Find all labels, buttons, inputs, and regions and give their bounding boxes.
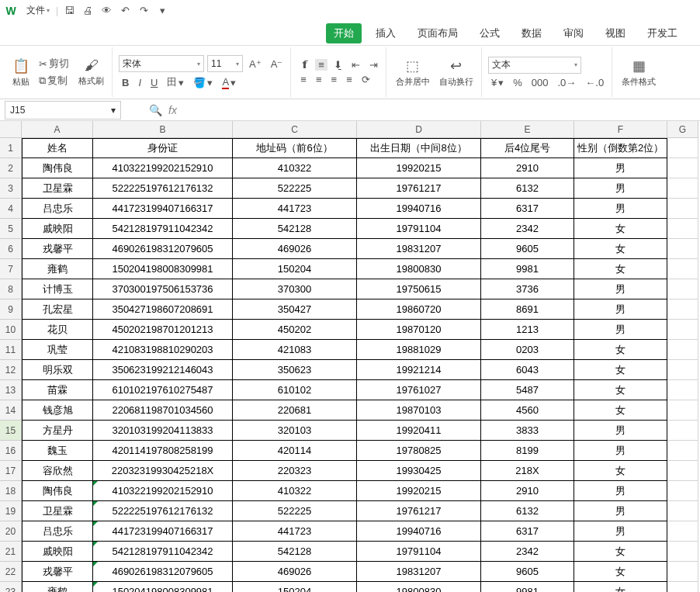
empty-cell[interactable] (667, 441, 698, 461)
data-cell[interactable]: 3833 (481, 421, 574, 441)
data-cell[interactable]: 19831207 (357, 562, 481, 582)
col-header[interactable]: E (481, 121, 574, 138)
cut-button[interactable]: ✂ 剪切 (36, 57, 72, 71)
data-cell[interactable]: 男 (574, 178, 667, 199)
row-header[interactable]: 22 (0, 562, 22, 582)
data-cell[interactable]: 男 (574, 421, 667, 441)
row-header[interactable]: 19 (0, 501, 22, 521)
data-cell[interactable]: 19940716 (357, 199, 481, 219)
font-size-combo[interactable]: 11▾ (207, 55, 243, 72)
empty-cell[interactable] (667, 279, 698, 299)
data-cell[interactable]: 220681198701034560 (93, 400, 233, 421)
data-cell[interactable]: 19881029 (357, 340, 481, 360)
data-cell[interactable]: 卫星霖 (22, 178, 93, 199)
empty-cell[interactable] (667, 461, 698, 481)
empty-cell[interactable] (667, 239, 698, 259)
data-cell[interactable]: 巩莹 (22, 340, 93, 360)
data-cell[interactable]: 410322 (233, 158, 357, 178)
data-cell[interactable]: 男 (574, 481, 667, 501)
empty-cell[interactable] (667, 259, 698, 279)
align-top-icon[interactable]: ⬆̄ (297, 59, 312, 71)
undo-icon[interactable]: ↶ (116, 0, 134, 22)
data-cell[interactable]: 19920215 (357, 481, 481, 501)
cells[interactable]: 姓名 身份证 地址码（前6位） 出生日期（中间8位） 后4位尾号 性别（倒数第2… (22, 138, 698, 592)
data-cell[interactable]: 150204198008309981 (93, 582, 233, 592)
empty-cell[interactable] (667, 340, 698, 360)
name-box[interactable]: J15 ▾ (5, 101, 121, 119)
data-cell[interactable]: 420114197808258199 (93, 441, 233, 461)
data-cell[interactable]: 19791104 (357, 542, 481, 562)
data-cell[interactable]: 350427 (233, 299, 357, 320)
data-cell[interactable]: 女 (574, 562, 667, 582)
data-cell[interactable]: 610102 (233, 380, 357, 400)
copy-button[interactable]: ⧉ 复制 (36, 74, 72, 88)
underline-button[interactable]: U (147, 77, 161, 88)
data-cell[interactable]: 19940716 (357, 521, 481, 542)
data-cell[interactable]: 542128 (233, 219, 357, 239)
tab-developer[interactable]: 开发工 (639, 23, 685, 43)
file-menu[interactable]: 文件▾ (22, 0, 54, 22)
data-cell[interactable]: 卫星霖 (22, 501, 93, 521)
data-cell[interactable]: 4560 (481, 400, 574, 421)
data-cell[interactable]: 戚映阳 (22, 219, 93, 239)
data-cell[interactable]: 19831207 (357, 239, 481, 259)
data-cell[interactable]: 苗霖 (22, 380, 93, 400)
decrease-font-icon[interactable]: A⁻ (268, 58, 286, 70)
empty-cell[interactable] (667, 501, 698, 521)
data-cell[interactable]: 2342 (481, 219, 574, 239)
italic-button[interactable]: I (135, 77, 144, 88)
data-cell[interactable]: 410322199202152910 (93, 158, 233, 178)
col-header[interactable]: D (357, 121, 481, 138)
data-cell[interactable]: 6132 (481, 178, 574, 199)
data-cell[interactable]: 男 (574, 501, 667, 521)
data-cell[interactable]: 女 (574, 461, 667, 481)
data-cell[interactable]: 9605 (481, 562, 574, 582)
data-cell[interactable]: 8199 (481, 441, 574, 461)
redo-icon[interactable]: ↷ (134, 0, 153, 22)
currency-icon[interactable]: ¥▾ (488, 77, 507, 88)
col-header[interactable]: F (574, 121, 667, 138)
row-header[interactable]: 10 (0, 320, 22, 340)
data-cell[interactable]: 350623199212146043 (93, 360, 233, 380)
data-cell[interactable]: 女 (574, 542, 667, 562)
data-cell[interactable]: 522225197612176132 (93, 178, 233, 199)
data-cell[interactable]: 19870120 (357, 320, 481, 340)
data-cell[interactable]: 150204198008309981 (93, 259, 233, 279)
data-cell[interactable]: 522225 (233, 178, 357, 199)
auto-wrap-button[interactable]: ↩自动换行 (436, 56, 476, 89)
data-cell[interactable]: 19870103 (357, 400, 481, 421)
data-cell[interactable]: 吕忠乐 (22, 199, 93, 219)
data-cell[interactable]: 女 (574, 219, 667, 239)
data-cell[interactable]: 男 (574, 158, 667, 178)
data-cell[interactable]: 6043 (481, 360, 574, 380)
increase-font-icon[interactable]: A⁺ (246, 58, 265, 70)
empty-cell[interactable] (667, 219, 698, 239)
align-middle-icon[interactable]: ≡ (315, 59, 327, 71)
fx-icon[interactable]: fx (168, 104, 177, 116)
header-cell[interactable]: 性别（倒数第2位） (574, 138, 667, 158)
increase-decimal-icon[interactable]: .0→ (554, 77, 579, 88)
data-cell[interactable]: 370300197506153736 (93, 279, 233, 299)
tab-insert[interactable]: 插入 (368, 23, 404, 43)
row-header[interactable]: 11 (0, 340, 22, 360)
data-cell[interactable]: 戎馨平 (22, 239, 93, 259)
data-cell[interactable]: 610102197610275487 (93, 380, 233, 400)
data-cell[interactable]: 19800830 (357, 582, 481, 592)
tab-review[interactable]: 审阅 (556, 23, 591, 43)
data-cell[interactable]: 150204 (233, 582, 357, 592)
align-right-icon[interactable]: ≡ (328, 74, 341, 85)
empty-cell[interactable] (667, 481, 698, 501)
data-cell[interactable]: 350623 (233, 360, 357, 380)
data-cell[interactable]: 420114 (233, 441, 357, 461)
data-cell[interactable]: 1213 (481, 320, 574, 340)
empty-cell[interactable] (667, 199, 698, 219)
align-left-icon[interactable]: ≡ (297, 74, 310, 85)
print-icon[interactable]: 🖨 (78, 0, 97, 22)
tab-view[interactable]: 视图 (598, 23, 633, 43)
align-bottom-icon[interactable]: ⬇̱ (331, 59, 345, 71)
data-cell[interactable]: 19800830 (357, 259, 481, 279)
col-header[interactable]: G (667, 121, 698, 138)
data-cell[interactable]: 469026198312079605 (93, 562, 233, 582)
empty-cell[interactable] (667, 299, 698, 320)
data-cell[interactable]: 6317 (481, 521, 574, 542)
